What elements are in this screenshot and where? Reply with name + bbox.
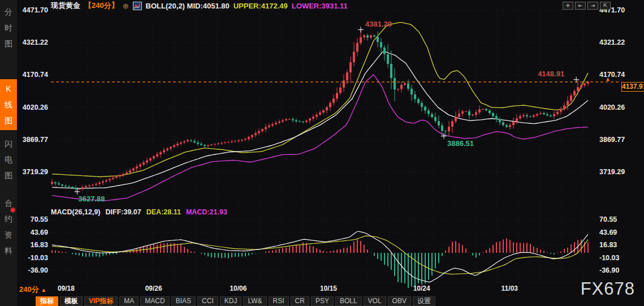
candle [373,36,375,37]
candle [295,120,297,122]
toolbar-item-4[interactable]: MACD [140,296,169,306]
sidebar-tab-kline-chart[interactable]: K线图 [0,79,17,130]
candle [234,141,236,141]
candle [112,178,114,179]
candle [492,113,494,116]
candle [339,88,342,93]
candle [482,109,484,110]
candle [380,42,382,48]
candle [424,107,426,111]
toolbar-item-2[interactable]: VIP指标 [84,296,118,306]
candle [346,72,348,80]
candle [237,140,240,141]
candle [556,112,559,114]
candle [81,187,84,189]
toolbar-item-10[interactable]: CR [291,296,309,306]
candle [302,122,304,122]
candle [71,187,74,188]
toolbar-item-5[interactable]: BIAS [171,296,196,306]
candle [183,141,185,143]
candle [54,182,57,183]
candle [495,116,498,119]
toolbar-item-12[interactable]: BOLL [335,296,362,306]
candle [363,36,365,37]
macd-title: MACD(26,12,9) [51,208,101,216]
candle [139,165,141,167]
candle [519,116,521,118]
candle [489,110,491,113]
candle [288,119,291,120]
last-price-box: 4137.91 [621,82,644,92]
date-axis-label: 11/03 [502,285,518,292]
candle [465,111,467,112]
candle [478,109,481,112]
candle [58,183,60,184]
bottom-period-label[interactable]: 240分 ▲ [19,285,46,295]
candle [105,180,107,182]
zoom-out-icon[interactable]: ⇤ [575,2,586,10]
price-axis-tick-right: 4170.74 [599,71,625,79]
candle [567,101,569,105]
candle [560,109,562,111]
candle [522,115,525,117]
candle [217,144,219,144]
candle [221,143,223,144]
macd-dea-readout: DEA:28.11 [146,208,181,216]
candle [448,127,450,131]
plus-circle-icon[interactable]: ⊕ [123,2,129,10]
toolbar-item-1[interactable]: 模板 [60,296,83,306]
candle [136,166,138,169]
candle [417,99,420,103]
candle [407,84,409,89]
candle [268,126,270,127]
candle [499,119,501,122]
tab-char: 料 [0,243,17,258]
toolbar-item-3[interactable]: MA [119,296,139,306]
candle [187,140,189,141]
candle [166,149,168,150]
candle [227,142,230,143]
candle [129,170,131,172]
candle [126,173,128,174]
macd-macd-readout: MACD:21.93 [186,208,227,216]
macd-axis-tick-right: -10.03 [599,254,619,262]
left-sidebar: 分时图K线图闪电图合约资料 ✺ [0,0,17,306]
date-axis-label: 09/26 [145,285,162,292]
toolbar-item-13[interactable]: VOL [364,296,386,306]
candle [119,175,121,176]
candle [427,110,430,114]
toolbar-item-14[interactable]: OBV [388,296,411,306]
alert-blink-icon[interactable]: ✺ [10,206,16,214]
zoom-in-icon[interactable]: ⇥ [587,2,598,10]
toolbar-item-8[interactable]: LW& [243,296,266,306]
candle [349,62,352,72]
candle [122,174,124,175]
candle [193,141,196,143]
candle [292,119,294,120]
toolbar-item-11[interactable]: PSY [311,296,334,306]
crosshair-move-icon[interactable]: ✛ [563,2,573,10]
candle [197,143,199,144]
kline-chart-canvas[interactable] [0,0,644,306]
sidebar-tab-time-chart[interactable]: 分时图 [0,2,17,53]
candle [85,186,87,187]
toolbar-item-7[interactable]: KDJ [220,296,242,306]
candle [282,120,284,122]
toolbar-item-9[interactable]: RSI [269,296,289,306]
chart-header: 现货黄金 【240分】 ⊕ BOLL(20,2) MID:4051.80 UPP… [51,1,348,10]
candle [475,113,477,115]
toolbar-item-15[interactable]: 设置 [413,296,435,306]
candle [505,125,508,127]
candle [468,111,470,115]
candle [115,176,118,178]
toolbar-item-6[interactable]: CCI [197,296,218,306]
mini-line-chart-icon[interactable] [133,2,142,10]
swing-low-label: 3627.88 [79,195,105,203]
candle [553,114,555,117]
candle [387,54,389,64]
sidebar-tab-lightning-chart[interactable]: 闪电图 [0,134,17,185]
toolbar-item-0[interactable]: 指标 [36,296,58,306]
sidebar-tab-contract-info[interactable]: 合约资料 [0,193,17,260]
candle [312,117,314,118]
restore-view-icon[interactable]: ⇱ [600,2,611,10]
